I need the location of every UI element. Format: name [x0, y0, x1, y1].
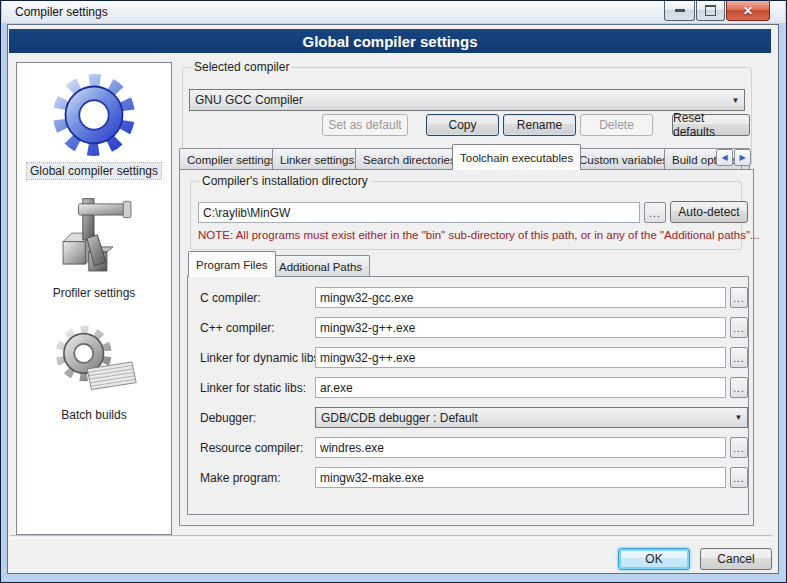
caliper-icon	[51, 197, 137, 283]
resource-compiler-browse-button[interactable]: ...	[730, 437, 748, 458]
gear-blue-icon	[48, 69, 140, 161]
sidebar-item-profiler-settings[interactable]: Profiler settings	[17, 197, 171, 301]
rename-button[interactable]: Rename	[503, 114, 576, 136]
linker-dynamic-browse-button[interactable]: ...	[730, 347, 748, 368]
tab-custom-variables[interactable]: Custom variables	[571, 148, 676, 170]
c-compiler-browse-button[interactable]: ...	[730, 287, 748, 308]
make-program-browse-button[interactable]: ...	[730, 467, 748, 488]
compiler-settings-dialog: Compiler settings ✕ Global compiler sett…	[0, 0, 787, 583]
autodetect-button[interactable]: Auto-detect	[670, 201, 748, 223]
cpp-compiler-label: C++ compiler:	[200, 321, 275, 335]
linker-static-label: Linker for static libs:	[200, 381, 306, 395]
minimize-icon	[675, 9, 685, 12]
subtab-program-files[interactable]: Program Files	[188, 251, 276, 277]
sidebar-item-label: Profiler settings	[50, 285, 139, 301]
delete-button[interactable]: Delete	[580, 114, 653, 136]
tab-scroll-right-button[interactable]: ▶	[734, 149, 751, 166]
page-header: Global compiler settings	[9, 29, 771, 53]
linker-static-input[interactable]	[315, 377, 726, 398]
tab-linker-settings[interactable]: Linker settings	[272, 148, 362, 170]
subtab-additional-paths[interactable]: Additional Paths	[271, 255, 370, 277]
tab-search-directories[interactable]: Search directories	[355, 148, 464, 170]
ok-button[interactable]: OK	[618, 548, 690, 570]
gear-stack-icon	[51, 319, 137, 405]
close-icon: ✕	[743, 4, 753, 18]
debugger-label: Debugger:	[200, 411, 256, 425]
cancel-button[interactable]: Cancel	[700, 548, 772, 570]
install-dir-browse-button[interactable]: ...	[644, 202, 666, 223]
caption-buttons: ✕	[663, 1, 770, 21]
install-dir-note: NOTE: All programs must exist either in …	[198, 229, 760, 241]
debugger-select[interactable]: GDB/CDB debugger : Default ▼	[315, 407, 748, 428]
cpp-compiler-input[interactable]	[315, 317, 726, 338]
selected-compiler-group-label: Selected compiler	[191, 60, 292, 74]
resource-compiler-input[interactable]	[315, 437, 726, 458]
tab-toolchain-executables[interactable]: Toolchain executables	[452, 144, 581, 170]
linker-dynamic-label: Linker for dynamic libs:	[200, 351, 323, 365]
maximize-icon	[705, 5, 716, 16]
cpp-compiler-browse-button[interactable]: ...	[730, 317, 748, 338]
window-title: Compiler settings	[15, 5, 108, 19]
chevron-down-icon: ▼	[727, 96, 744, 105]
linker-dynamic-input[interactable]	[315, 347, 726, 368]
minimize-button[interactable]	[664, 1, 695, 21]
c-compiler-input[interactable]	[315, 287, 726, 308]
copy-button[interactable]: Copy	[426, 114, 499, 136]
debugger-select-value: GDB/CDB debugger : Default	[316, 411, 730, 425]
close-button[interactable]: ✕	[726, 1, 770, 21]
c-compiler-label: C compiler:	[200, 291, 261, 305]
tab-scroll-left-button[interactable]: ◀	[716, 149, 733, 166]
sidebar-item-global-compiler-settings[interactable]: Global compiler settings	[17, 69, 171, 179]
make-program-input[interactable]	[315, 467, 726, 488]
arrow-right-icon: ▶	[739, 153, 745, 162]
tab-compiler-settings[interactable]: Compiler settings	[179, 148, 284, 170]
make-program-label: Make program:	[200, 471, 281, 485]
chevron-down-icon: ▼	[730, 413, 747, 422]
install-dir-group-label: Compiler's installation directory	[199, 174, 371, 188]
compiler-select-value: GNU GCC Compiler	[190, 93, 727, 107]
arrow-left-icon: ◀	[721, 153, 727, 162]
linker-static-browse-button[interactable]: ...	[730, 377, 748, 398]
resource-compiler-label: Resource compiler:	[200, 441, 303, 455]
footer-separator	[10, 535, 772, 539]
reset-defaults-button[interactable]: Reset defaults	[672, 114, 750, 136]
sidebar-item-batch-builds[interactable]: Batch builds	[17, 319, 171, 423]
sidebar-item-label: Global compiler settings	[27, 163, 161, 179]
install-dir-input[interactable]	[198, 202, 640, 223]
maximize-button[interactable]	[696, 1, 725, 21]
page-title: Global compiler settings	[302, 33, 477, 50]
sidebar-item-label: Batch builds	[58, 407, 129, 423]
compiler-select[interactable]: GNU GCC Compiler ▼	[189, 89, 745, 111]
dialog-content: Global compiler settings	[7, 24, 779, 574]
set-as-default-button[interactable]: Set as default	[322, 114, 408, 136]
sidebar: Global compiler settings Profiler settin…	[16, 62, 172, 535]
